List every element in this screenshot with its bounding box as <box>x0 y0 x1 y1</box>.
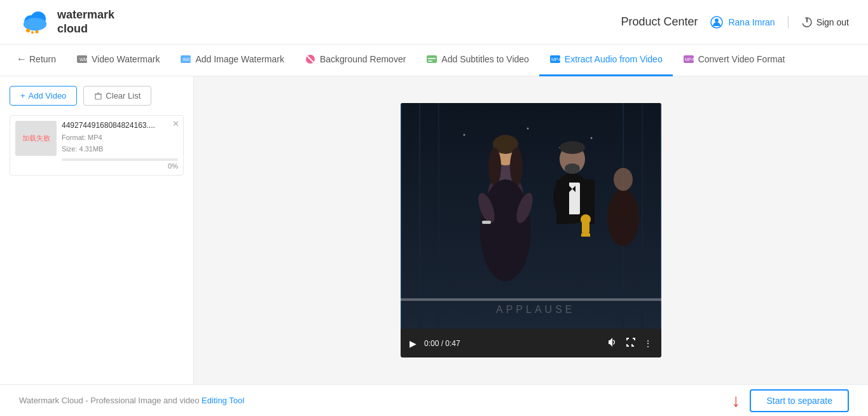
sign-out-button[interactable]: Sign out <box>801 17 849 28</box>
nav-background-remover[interactable]: Background Remover <box>294 45 416 76</box>
nav-subtitles-label: Add Subtitles to Video <box>441 54 529 64</box>
svg-rect-52 <box>556 179 569 224</box>
nav-return[interactable]: ← Return <box>6 45 66 76</box>
svg-text:MP4: MP4 <box>551 57 561 62</box>
video-area: APPLAUSE ▶ 0:00 / 0:47 ⋮ <box>194 76 868 384</box>
nav-bar: ← Return WM Video Watermark IMG Add Imag… <box>0 45 868 76</box>
svg-text:WM: WM <box>79 57 88 62</box>
subtitles-icon <box>426 53 437 65</box>
svg-point-62 <box>607 189 639 246</box>
video-content: APPLAUSE <box>401 103 661 329</box>
trash-icon <box>94 92 102 100</box>
sign-out-label: Sign out <box>816 17 849 27</box>
logo-icon <box>19 6 51 38</box>
plus-icon: + <box>20 91 25 101</box>
nav-bg-remover-label: Background Remover <box>320 54 406 64</box>
add-image-icon: IMG <box>180 53 191 65</box>
svg-rect-49 <box>482 221 491 224</box>
fullscreen-button[interactable] <box>624 336 637 350</box>
file-format: Format: MP4 <box>62 132 178 144</box>
return-arrow: ← <box>17 53 27 65</box>
svg-point-46 <box>480 179 531 281</box>
footer-right: ↓ Start to separate <box>731 389 849 412</box>
svg-point-39 <box>591 137 593 139</box>
footer-link[interactable]: Editing Tool <box>202 396 244 405</box>
video-progress-track[interactable] <box>401 298 661 301</box>
nav-extract-audio[interactable]: MP4 Extract Audio from Video <box>539 45 673 76</box>
ctrl-right: ⋮ <box>607 336 654 350</box>
header-right: Product Center Rana Imran Sign out <box>621 15 849 29</box>
file-close-button[interactable]: ✕ <box>172 120 179 128</box>
video-watermark-icon: WM <box>76 53 88 65</box>
svg-text:MP4: MP4 <box>685 57 694 62</box>
footer: Watermark Cloud - Professional Image and… <box>0 384 868 416</box>
play-button[interactable]: ▶ <box>408 337 418 350</box>
logo-text: watermark cloud <box>57 8 114 36</box>
file-thumbnail: 加载失败 <box>15 121 57 156</box>
svg-point-5 <box>31 31 34 34</box>
power-icon <box>801 17 813 28</box>
footer-text-prefix: Watermark Cloud - Professional Image and… <box>19 396 202 405</box>
nav-convert-label: Convert Video Format <box>698 54 785 64</box>
load-fail-text: 加载失败 <box>20 131 53 146</box>
clear-list-button[interactable]: Clear List <box>83 86 151 106</box>
main-content: + Add Video Clear List 加载失败 449274491680… <box>0 76 868 384</box>
more-button[interactable]: ⋮ <box>642 337 654 350</box>
svg-point-4 <box>26 29 30 32</box>
bg-remover-icon <box>305 53 316 65</box>
video-player: APPLAUSE ▶ 0:00 / 0:47 ⋮ <box>401 103 661 357</box>
nav-extract-audio-label: Extract Audio from Video <box>565 54 663 64</box>
volume-button[interactable] <box>607 336 619 350</box>
header: watermark cloud Product Center Rana Imra… <box>0 0 868 45</box>
logo-section: watermark cloud <box>19 6 114 38</box>
video-controls: ▶ 0:00 / 0:47 ⋮ <box>401 329 661 357</box>
file-item: 加载失败 44927449168084824163.... Format: MP… <box>10 115 184 176</box>
add-video-button[interactable]: + Add Video <box>10 86 77 106</box>
sidebar: + Add Video Clear List 加载失败 449274491680… <box>0 76 194 384</box>
fullscreen-icon <box>626 337 636 347</box>
video-scene-svg: APPLAUSE <box>401 103 661 329</box>
sidebar-buttons: + Add Video Clear List <box>10 86 184 106</box>
svg-point-3 <box>24 18 46 31</box>
nav-video-watermark[interactable]: WM Video Watermark <box>66 45 170 76</box>
svg-point-8 <box>715 18 719 22</box>
return-label: Return <box>29 54 56 64</box>
product-center-label: Product Center <box>621 15 698 29</box>
svg-point-37 <box>527 128 529 130</box>
svg-point-6 <box>36 30 39 33</box>
file-name: 44927449168084824163.... <box>62 121 178 130</box>
add-video-label: Add Video <box>29 91 67 101</box>
convert-icon: MP4 <box>683 53 694 65</box>
nav-add-subtitles[interactable]: Add Subtitles to Video <box>416 45 539 76</box>
svg-text:IMG: IMG <box>183 57 191 62</box>
file-size: Size: 4.31MB <box>62 144 178 155</box>
start-separate-button[interactable]: Start to separate <box>750 389 849 412</box>
nav-add-image-watermark[interactable]: IMG Add Image Watermark <box>170 45 294 76</box>
extract-audio-icon: MP4 <box>549 53 561 65</box>
svg-point-63 <box>614 168 633 191</box>
volume-icon <box>608 337 618 347</box>
user-section[interactable]: Rana Imran <box>710 16 775 29</box>
svg-point-45 <box>510 148 523 186</box>
svg-point-58 <box>565 163 580 174</box>
arrow-down-icon: ↓ <box>731 391 740 411</box>
svg-text:APPLAUSE: APPLAUSE <box>496 304 575 315</box>
svg-rect-61 <box>581 233 590 237</box>
svg-point-57 <box>560 141 585 154</box>
svg-point-44 <box>488 148 501 186</box>
clear-list-label: Clear List <box>106 91 141 101</box>
svg-point-60 <box>581 214 591 225</box>
svg-rect-17 <box>427 55 437 63</box>
footer-text: Watermark Cloud - Professional Image and… <box>19 396 244 405</box>
nav-add-image-label: Add Image Watermark <box>195 54 284 64</box>
file-info: 44927449168084824163.... Format: MP4 Siz… <box>62 121 178 170</box>
time-display: 0:00 / 0:47 <box>424 339 600 348</box>
file-progress-text: 0% <box>62 162 178 170</box>
file-progress-bar <box>62 158 178 161</box>
nav-convert-video[interactable]: MP4 Convert Video Format <box>673 45 796 76</box>
user-name: Rana Imran <box>728 17 775 27</box>
user-icon <box>710 16 723 29</box>
svg-point-35 <box>464 134 465 136</box>
nav-video-watermark-label: Video Watermark <box>92 54 160 64</box>
svg-rect-24 <box>95 94 101 99</box>
